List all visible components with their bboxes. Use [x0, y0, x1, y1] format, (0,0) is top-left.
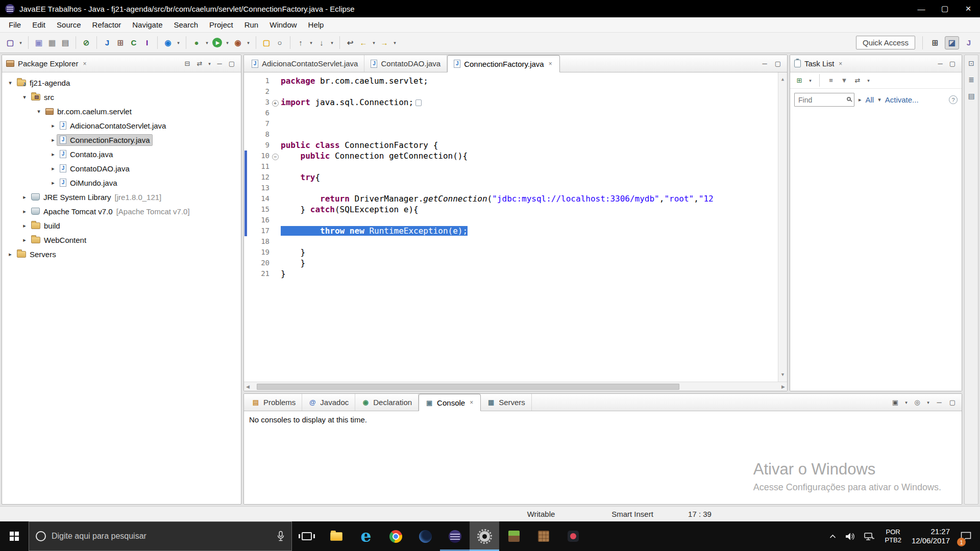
- back-dropdown[interactable]: ▾: [371, 37, 377, 49]
- help-icon[interactable]: ?: [949, 95, 958, 104]
- expanded-arrow-icon[interactable]: ▾: [35, 108, 43, 115]
- previous-annotation-icon[interactable]: ↑: [295, 37, 307, 49]
- menu-source[interactable]: Source: [51, 17, 87, 32]
- new-interface-icon[interactable]: I: [141, 37, 153, 49]
- maximize-editor-icon[interactable]: ▢: [773, 59, 783, 69]
- tree-item-contatodao-java[interactable]: ▸ContatoDAO.java: [2, 161, 241, 176]
- next-annotation-icon[interactable]: ↓: [315, 37, 328, 49]
- eclipse-button[interactable]: [440, 521, 470, 551]
- collapsed-arrow-icon[interactable]: ▸: [6, 251, 14, 258]
- previous-annotation-dropdown[interactable]: ▾: [308, 37, 314, 49]
- link-with-editor-icon[interactable]: ⇄: [852, 76, 863, 86]
- menu-project[interactable]: Project: [204, 17, 239, 32]
- scrollbar-track[interactable]: [252, 384, 779, 390]
- code-line-7[interactable]: 7: [244, 118, 778, 129]
- volume-button[interactable]: [841, 521, 860, 551]
- collapsed-arrow-icon[interactable]: ▸: [49, 151, 57, 158]
- show-hidden-icons-button[interactable]: [825, 521, 841, 551]
- next-annotation-dropdown[interactable]: ▾: [329, 37, 335, 49]
- edge-button[interactable]: e: [351, 521, 381, 551]
- tree-item-build[interactable]: ▸build: [2, 218, 241, 233]
- code-line-9[interactable]: 9public class ConnectionFactory {: [244, 140, 778, 151]
- menu-edit[interactable]: Edit: [27, 17, 51, 32]
- forward-dropdown[interactable]: ▾: [391, 37, 398, 49]
- editor-tab-adicionacontatoservlet-java[interactable]: AdicionaContatoServlet.java: [246, 55, 364, 72]
- quick-access-button[interactable]: Quick Access: [856, 36, 915, 49]
- tree-item-contato-java[interactable]: ▸Contato.java: [2, 147, 241, 161]
- external-tools-icon[interactable]: ◉: [232, 37, 244, 49]
- music-app-button[interactable]: [558, 521, 588, 551]
- link-with-editor-icon[interactable]: ⇄: [194, 59, 205, 69]
- fold-collapsed-icon[interactable]: +: [272, 100, 279, 107]
- new-wizard-icon[interactable]: ▢: [4, 37, 16, 49]
- close-tab-icon[interactable]: ×: [548, 60, 553, 67]
- menu-run[interactable]: Run: [239, 17, 264, 32]
- debug-icon[interactable]: ●: [190, 37, 203, 49]
- minimize-window-button[interactable]: —: [910, 0, 933, 17]
- settings-button[interactable]: [470, 521, 499, 551]
- editor-tab-connectionfactory-java[interactable]: ConnectionFactory.java×: [447, 55, 559, 72]
- code-line-15[interactable]: 15 } catch(SQLException e){: [244, 204, 778, 215]
- panel-tab-problems[interactable]: ▤Problems: [246, 394, 302, 411]
- chrome-button[interactable]: [381, 521, 410, 551]
- activate-link[interactable]: Activate...: [885, 95, 919, 104]
- maximize-panel-icon[interactable]: ▢: [947, 397, 958, 408]
- code-line-21[interactable]: 21}: [244, 268, 778, 279]
- save-icon[interactable]: ▣: [33, 37, 45, 49]
- minimize-view-icon[interactable]: ─: [935, 59, 945, 69]
- open-console-icon[interactable]: ▣: [890, 397, 900, 408]
- code-line-19[interactable]: 19 }: [244, 247, 778, 258]
- maximize-view-icon[interactable]: ▢: [227, 59, 237, 69]
- new-wizard-dropdown[interactable]: ▾: [17, 37, 24, 49]
- code-line-14[interactable]: 14 return DriverManager.getConnection("j…: [244, 193, 778, 204]
- tree-item-src[interactable]: ▾src: [2, 90, 241, 104]
- close-view-icon[interactable]: ×: [82, 60, 87, 67]
- crafting-app-button[interactable]: [529, 521, 558, 551]
- action-center-button[interactable]: 1: [955, 521, 980, 551]
- external-tools-dropdown[interactable]: ▾: [245, 37, 252, 49]
- web-browser-dropdown[interactable]: ▾: [175, 37, 182, 49]
- pin-console-icon[interactable]: ◎: [912, 397, 922, 408]
- minimize-view-icon[interactable]: ─: [214, 59, 225, 69]
- code-line-8[interactable]: 8: [244, 129, 778, 140]
- code-line-13[interactable]: 13: [244, 183, 778, 193]
- find-input[interactable]: [794, 93, 854, 107]
- menu-help[interactable]: Help: [303, 17, 330, 32]
- fold-expanded-icon[interactable]: −: [272, 154, 279, 160]
- horizontal-scrollbar[interactable]: ◀ ▶: [244, 382, 787, 391]
- tree-item-fj21-agenda[interactable]: ▾fj21-agenda: [2, 76, 241, 90]
- skip-breakpoints-icon[interactable]: ⊘: [80, 37, 92, 49]
- forward-icon[interactable]: →: [378, 37, 390, 49]
- chevron-down-icon[interactable]: ▾: [878, 96, 881, 103]
- code-line-3[interactable]: 3+import java.sql.Connection;: [244, 97, 778, 108]
- tree-item-connectionfactory-java[interactable]: ▸ConnectionFactory.java: [2, 133, 241, 147]
- save-all-icon[interactable]: ▦: [46, 37, 58, 49]
- tree-item-apache-tomcat-v7-0[interactable]: ▸Apache Tomcat v7.0 [Apache Tomcat v7.0]: [2, 204, 241, 218]
- code-line-1[interactable]: 1package br.com.caelum.servlet;: [244, 76, 778, 86]
- new-package-icon[interactable]: ⊞: [114, 37, 127, 49]
- close-window-button[interactable]: ×: [957, 0, 980, 17]
- minimize-panel-icon[interactable]: ─: [934, 397, 944, 408]
- code-line-18[interactable]: 18: [244, 236, 778, 247]
- categorized-icon[interactable]: ≡: [826, 76, 836, 86]
- run-icon[interactable]: ▶: [212, 38, 222, 47]
- code-line-10[interactable]: 10− public Connection getConnection(){: [244, 151, 778, 161]
- tree-item-br-com-caelum-servlet[interactable]: ▾br.com.caelum.servlet: [2, 104, 241, 118]
- collapse-all-icon[interactable]: ⊟: [182, 59, 192, 69]
- run-dropdown[interactable]: ▾: [224, 37, 231, 49]
- tree-item-oimundo-java[interactable]: ▸OiMundo.java: [2, 176, 241, 190]
- vertical-scrollbar[interactable]: ▲ ▼: [778, 72, 787, 382]
- collapsed-arrow-icon[interactable]: ▸: [20, 237, 29, 243]
- code-line-16[interactable]: 16: [244, 215, 778, 226]
- open-console-dropdown[interactable]: ▾: [903, 397, 909, 408]
- view-menu-icon[interactable]: ▾: [207, 59, 212, 69]
- taskbar-clock[interactable]: 21:27 12/06/2017: [906, 527, 955, 545]
- web-browser-icon[interactable]: ◉: [162, 37, 174, 49]
- microphone-icon[interactable]: [277, 531, 285, 542]
- panel-tab-servers[interactable]: ▦Servers: [481, 394, 532, 411]
- chevron-right-icon[interactable]: ▸: [859, 96, 862, 103]
- collapsed-arrow-icon[interactable]: ▸: [49, 180, 57, 186]
- tree-item-adicionacontatoservlet-java[interactable]: ▸AdicionaContatoServlet.java: [2, 118, 241, 133]
- menu-window[interactable]: Window: [264, 17, 302, 32]
- collapsed-arrow-icon[interactable]: ▸: [49, 165, 57, 172]
